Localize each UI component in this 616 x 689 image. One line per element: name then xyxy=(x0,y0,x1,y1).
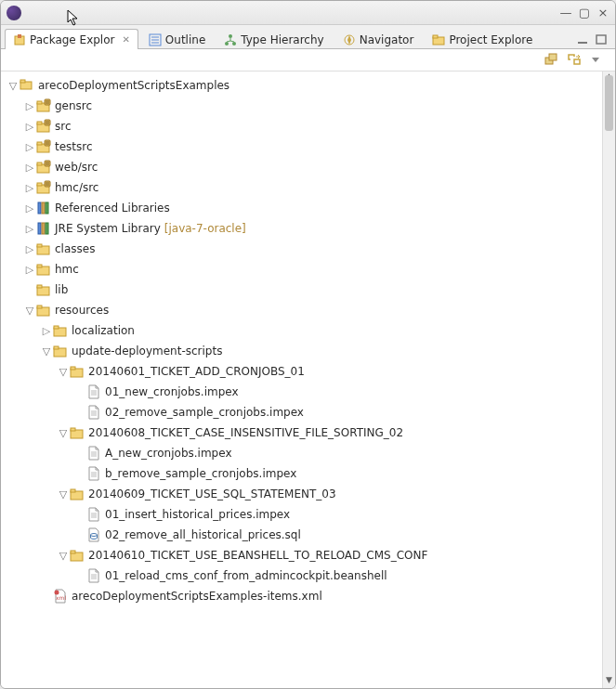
tree-node[interactable]: xmlarecoDeploymentScriptsExamples-items.… xyxy=(1,586,602,606)
folder-icon xyxy=(53,344,68,358)
titlebar[interactable]: — ▢ × xyxy=(1,1,615,25)
tree-node[interactable]: ▷web/src xyxy=(1,157,602,177)
collapse-all-button[interactable] xyxy=(544,53,561,68)
tree-node-label: web/src xyxy=(55,161,98,174)
scroll-thumb[interactable] xyxy=(605,75,613,131)
expand-toggle-icon[interactable]: ▷ xyxy=(23,161,36,174)
expand-toggle-icon[interactable]: ▷ xyxy=(23,202,36,214)
expand-toggle-icon[interactable]: ▷ xyxy=(23,242,36,255)
tree-node[interactable]: ▷src xyxy=(1,116,602,136)
file-icon xyxy=(86,507,101,522)
svg-rect-29 xyxy=(37,142,42,145)
minimize-button[interactable]: — xyxy=(559,6,572,20)
view-minimize-button[interactable] xyxy=(576,33,593,48)
tree-node[interactable]: ▷classes xyxy=(1,239,602,259)
expand-toggle-icon[interactable]: ▽ xyxy=(57,365,70,378)
expand-toggle-icon[interactable]: ▷ xyxy=(23,99,36,112)
tree[interactable]: ▽arecoDeploymentScriptsExamples▷gensrc▷s… xyxy=(1,72,602,688)
svg-rect-1 xyxy=(18,34,21,38)
tree-node[interactable]: b_remove_sample_cronjobs.impex xyxy=(1,463,602,484)
tree-node[interactable]: ▷JRE System Library[java-7-oracle] xyxy=(1,218,602,239)
expand-toggle-icon[interactable]: ▽ xyxy=(57,488,70,500)
library-icon xyxy=(36,201,51,215)
sql-icon xyxy=(86,527,101,542)
expand-toggle-icon[interactable]: ▷ xyxy=(23,222,36,235)
outline-icon xyxy=(149,33,162,46)
tree-node[interactable]: 02_remove_all_historical_prices.sql xyxy=(1,525,602,545)
expand-toggle-icon[interactable]: ▽ xyxy=(7,79,20,92)
tree-node-label: arecoDeploymentScriptsExamples-items.xml xyxy=(72,590,322,603)
tree-node-label: 02_remove_all_historical_prices.sql xyxy=(105,528,301,541)
tab-navigator[interactable]: Navigator xyxy=(334,29,423,49)
tree-node[interactable]: ▽20140601_TICKET_ADD_CRONJOBS_01 xyxy=(1,361,602,382)
tree-node[interactable]: lib xyxy=(1,280,602,300)
maximize-button[interactable]: ▢ xyxy=(578,6,591,20)
tree-node-label: hmc xyxy=(55,263,79,276)
svg-rect-56 xyxy=(37,306,42,308)
tree-node[interactable]: 01_insert_historical_prices.impex xyxy=(1,504,602,525)
tab-label: Type Hierarchy xyxy=(241,33,323,46)
tree-node-label: 01_new_cronjobs.impex xyxy=(105,385,239,398)
tab-close-icon[interactable]: ✕ xyxy=(122,34,129,45)
svg-rect-35 xyxy=(45,161,50,166)
svg-rect-43 xyxy=(38,202,41,214)
expand-toggle-icon[interactable]: ▽ xyxy=(40,344,53,358)
view-maximize-button[interactable] xyxy=(595,33,611,48)
expand-toggle-icon[interactable]: ▽ xyxy=(57,549,70,562)
svg-rect-50 xyxy=(37,244,42,247)
tree-node[interactable]: 02_remove_sample_cronjobs.impex xyxy=(1,402,602,422)
tree-node[interactable]: A_new_cronjobs.impex xyxy=(1,443,602,463)
srcfolder-icon xyxy=(36,98,51,113)
folder-icon xyxy=(36,262,51,277)
tree-node[interactable]: ▽arecoDeploymentScriptsExamples xyxy=(1,75,602,96)
expand-toggle-icon[interactable]: ▷ xyxy=(40,324,53,337)
tab-type-hierarchy[interactable]: Type Hierarchy xyxy=(216,29,332,49)
svg-rect-62 xyxy=(71,367,75,370)
tree-node-label: src xyxy=(55,120,72,133)
folder-icon xyxy=(36,303,51,318)
tree-node-label: 01_reload_cms_conf_from_admincockpit.bea… xyxy=(105,569,387,582)
expand-toggle-icon[interactable]: ▷ xyxy=(23,120,36,133)
view-menu-button[interactable] xyxy=(589,53,606,68)
tree-node[interactable]: ▽update-deployment-scripts xyxy=(1,341,602,361)
tree-node[interactable]: ▷gensrc xyxy=(1,96,602,116)
folder-icon xyxy=(70,364,85,379)
tree-node[interactable]: ▽20140610_TICKET_USE_BEANSHELL_TO_RELOAD… xyxy=(1,545,602,566)
tree-node-label: 20140610_TICKET_USE_BEANSHELL_TO_RELOAD_… xyxy=(88,549,427,562)
tree-node[interactable]: ▷hmc/src xyxy=(1,177,602,198)
tab-outline[interactable]: Outline xyxy=(140,29,214,49)
svg-point-6 xyxy=(229,34,232,38)
svg-rect-25 xyxy=(45,120,50,125)
link-editor-button[interactable] xyxy=(567,53,583,68)
project-icon xyxy=(20,78,34,93)
tab-package-explor[interactable]: Package Explor✕ xyxy=(5,29,138,49)
tab-project-explore[interactable]: Project Explore xyxy=(424,29,541,49)
tree-node[interactable]: ▷localization xyxy=(1,320,602,341)
folder-icon xyxy=(36,241,51,256)
expand-toggle-icon[interactable]: ▷ xyxy=(23,181,36,194)
tree-node-label: 20140601_TICKET_ADD_CRONJOBS_01 xyxy=(88,365,305,378)
svg-rect-78 xyxy=(71,489,75,492)
tree-node[interactable]: 01_reload_cms_conf_from_admincockpit.bea… xyxy=(1,566,602,586)
expand-toggle-icon[interactable]: ▽ xyxy=(23,304,36,317)
svg-rect-19 xyxy=(37,101,42,104)
vertical-scrollbar[interactable]: ▲ ▼ xyxy=(602,72,615,688)
tree-node[interactable]: ▽resources xyxy=(1,300,602,320)
tab-label: Outline xyxy=(165,33,205,46)
tree-node[interactable]: ▷hmc xyxy=(1,259,602,280)
tree-node[interactable]: 01_new_cronjobs.impex xyxy=(1,382,602,402)
svg-point-7 xyxy=(225,42,229,46)
folder-icon xyxy=(70,548,85,563)
svg-rect-60 xyxy=(54,346,59,349)
tree-node[interactable]: ▷Referenced Libraries xyxy=(1,198,602,218)
close-button[interactable]: × xyxy=(596,6,609,20)
expand-toggle-icon[interactable]: ▷ xyxy=(23,263,36,276)
svg-rect-12 xyxy=(578,42,587,44)
scroll-down-arrow[interactable]: ▼ xyxy=(603,675,615,688)
tree-node-label: hmc/src xyxy=(55,181,98,194)
tree-node[interactable]: ▷testsrc xyxy=(1,136,602,157)
tree-node[interactable]: ▽20140608_TICKET_CASE_INSENSITIVE_FILE_S… xyxy=(1,422,602,443)
expand-toggle-icon[interactable]: ▷ xyxy=(23,140,36,153)
tree-node[interactable]: ▽20140609_TICKET_USE_SQL_STATEMENT_03 xyxy=(1,484,602,504)
expand-toggle-icon[interactable]: ▽ xyxy=(57,426,70,439)
